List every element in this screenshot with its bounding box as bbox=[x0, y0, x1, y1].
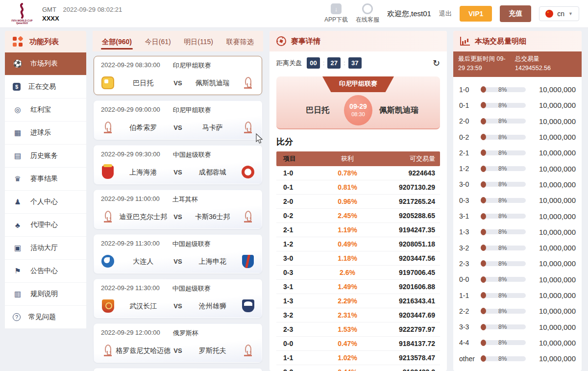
match-card[interactable]: 2022-09-29 11:00:00土耳其杯迪亚巴克尔士邦VS卡斯36士邦 bbox=[94, 190, 262, 229]
sidebar-item-市场列表[interactable]: ⚽市场列表 bbox=[5, 52, 86, 75]
score-table-row[interactable]: 0-00.47%9184137.72 bbox=[276, 337, 440, 351]
score-volume: 9208051.18 bbox=[374, 240, 440, 248]
match-card[interactable]: 2022-09-29 11:30:00中国超级联赛大连人VS上海申花 bbox=[94, 234, 262, 273]
match-banner: 印尼甲组联赛 巴日托 09-29 08:30 佩斯凯迪瑞 bbox=[276, 76, 440, 129]
volume-row-value: 10,000,000 bbox=[526, 244, 576, 252]
score-table-row[interactable]: 2-11.19%9194247.35 bbox=[276, 223, 440, 237]
match-card[interactable]: 2022-09-29 12:00:00俄罗斯杯格罗兹尼艾哈迈德VS罗斯托夫 bbox=[94, 323, 262, 363]
score-table-row[interactable]: 0-32.6%9197006.45 bbox=[276, 266, 440, 280]
sidebar-item-label: 代理中心 bbox=[30, 221, 58, 229]
progress-dot-icon bbox=[481, 292, 486, 298]
volume-row-value: 10,000,000 bbox=[526, 228, 576, 236]
progress-percent: 8% bbox=[498, 149, 507, 156]
score-table-row[interactable]: 0-22.45%9205288.65 bbox=[276, 209, 440, 223]
score-table-row[interactable]: 1-00.78%9224643 bbox=[276, 166, 440, 180]
sidebar-item-红利宝[interactable]: ◎红利宝 bbox=[5, 99, 86, 122]
score-table-row[interactable]: 2-00.96%9217265.24 bbox=[276, 195, 440, 209]
match-league: 俄罗斯杯 bbox=[173, 329, 198, 338]
score-item: 2-0 bbox=[276, 198, 320, 205]
score-volume: 9222797.97 bbox=[374, 325, 440, 333]
match-card[interactable]: 2022-09-29 08:30:00印尼甲组联赛巴日托VS佩斯凯迪瑞 bbox=[94, 56, 262, 95]
score-profit: 0.81% bbox=[320, 183, 374, 191]
tab-联赛筛选[interactable]: 联赛筛选 bbox=[225, 33, 255, 49]
volume-row: 3-38%10,000,000 bbox=[459, 319, 576, 335]
tab-今日(61)[interactable]: 今日(61) bbox=[144, 33, 172, 49]
volume-row-label: 2-1 bbox=[459, 149, 481, 157]
volume-progress-bar: 8% bbox=[481, 103, 526, 108]
sidebar-item-活动大厅[interactable]: ▣活动大厅 bbox=[5, 237, 86, 260]
score-profit: 2.6% bbox=[320, 269, 374, 276]
volume-row-value: 10,000,000 bbox=[526, 133, 576, 141]
qatar2022-emblem-icon bbox=[16, 3, 28, 20]
match-card[interactable]: 2022-09-29 09:30:00中国超级联赛上海海港VS成都蓉城 bbox=[94, 145, 262, 184]
logout-link[interactable]: 退出 bbox=[439, 9, 452, 18]
sidebar-item-进球乐[interactable]: ▦进球乐 bbox=[5, 122, 86, 145]
volume-row-label: 1-1 bbox=[459, 292, 481, 299]
match-card[interactable]: 2022-09-29 11:30:00中国超级联赛武汉长江VS沧州雄狮 bbox=[94, 279, 262, 318]
volume-row-label: 2-3 bbox=[459, 260, 481, 268]
language-selector[interactable]: cn ▼ bbox=[539, 6, 579, 21]
worldcup-trophy-placeholder-icon bbox=[245, 122, 251, 131]
countdown-seconds: 37 bbox=[348, 57, 362, 69]
tab-全部(960)[interactable]: 全部(960) bbox=[101, 33, 133, 49]
sidebar-item-公告中心[interactable]: ⚑公告中心 bbox=[5, 260, 86, 283]
match-list-column: 全部(960)今日(61)明日(115)联赛筛选 2022-09-29 08:3… bbox=[93, 31, 263, 371]
rules-book-icon: ▥ bbox=[13, 290, 23, 298]
refresh-icon[interactable]: ↻ bbox=[433, 59, 440, 68]
volume-rows: 1-08%10,000,0000-18%10,000,0002-08%10,00… bbox=[453, 77, 582, 371]
home-team-logo bbox=[101, 76, 115, 90]
score-volume: 9207130.29 bbox=[374, 183, 440, 191]
sidebar-item-label: 规则说明 bbox=[30, 290, 58, 298]
sidebar-item-历史账务[interactable]: ▤历史账务 bbox=[5, 145, 86, 168]
volume-header: 本场交易量明细 bbox=[453, 31, 582, 51]
away-team-logo bbox=[241, 76, 255, 90]
match-card[interactable]: 2022-09-29 09:00:00印尼甲组联赛伯希索罗VS马卡萨 bbox=[94, 100, 262, 140]
home-team-logo bbox=[101, 344, 115, 357]
sidebar-item-正在交易[interactable]: $正在交易 bbox=[5, 75, 86, 99]
app-download-button[interactable]: ↓ APP下载 bbox=[324, 3, 348, 24]
score-table-row[interactable]: 0-10.81%9207130.29 bbox=[276, 180, 440, 195]
away-team-name: 罗斯托夫 bbox=[184, 346, 241, 355]
match-league: 土耳其杯 bbox=[172, 195, 198, 204]
volume-row-value: 10,000,000 bbox=[526, 85, 576, 94]
countdown-label: 距离关盘 bbox=[276, 59, 302, 68]
vs-label: VS bbox=[172, 213, 184, 221]
progress-dot-icon bbox=[481, 229, 486, 235]
progress-percent: 8% bbox=[498, 292, 507, 299]
sidebar-item-常见问题[interactable]: ?常见问题 bbox=[5, 306, 86, 329]
top-header: FIFA WORLD CUP Qatar2022 GMT 2022-09-29 … bbox=[0, 0, 588, 28]
volume-progress-bar: 8% bbox=[481, 261, 526, 266]
score-item: 0-2 bbox=[276, 212, 320, 220]
tab-明日(115)[interactable]: 明日(115) bbox=[183, 33, 214, 49]
score-table-row[interactable]: 3-22.31%9203447.69 bbox=[276, 308, 440, 322]
score-table-row[interactable]: 3-01.18%9203447.56 bbox=[276, 251, 440, 266]
score-table-row[interactable]: 1-20.49%9208051.18 bbox=[276, 237, 440, 251]
away-team-name: 佩斯凯迪瑞 bbox=[184, 78, 241, 87]
score-table: 项目 获利 可交易量 1-00.78%92246430-10.81%920713… bbox=[276, 151, 440, 371]
score-profit: 0.49% bbox=[320, 240, 374, 248]
score-volume: 9203447.69 bbox=[374, 311, 440, 319]
match-card[interactable]: 2022-09-29 12:30:00欧洲女子冠军联赛外围 bbox=[94, 368, 262, 371]
score-item: 3-0 bbox=[276, 254, 320, 262]
recharge-button[interactable]: 充值 bbox=[500, 5, 531, 22]
history-ledger-icon: ▤ bbox=[13, 151, 23, 160]
vs-label: VS bbox=[172, 169, 184, 176]
score-profit: 0.47% bbox=[320, 340, 374, 347]
sidebar-item-个人中心[interactable]: ♟个人中心 bbox=[5, 191, 86, 214]
score-table-row[interactable]: 3-11.49%9201606.88 bbox=[276, 280, 440, 294]
progress-percent: 8% bbox=[498, 181, 507, 188]
score-table-row[interactable]: 2-31.53%9222797.97 bbox=[276, 322, 440, 337]
score-table-row[interactable]: 2-20.44%9192433.2 bbox=[276, 365, 440, 371]
online-service-button[interactable]: 在线客服 bbox=[356, 3, 379, 24]
sidebar-item-赛事结果[interactable]: ♛赛事结果 bbox=[5, 168, 86, 191]
sidebar-item-代理中心[interactable]: ♣代理中心 bbox=[5, 214, 86, 237]
score-table-row[interactable]: 1-11.02%9213578.47 bbox=[276, 351, 440, 365]
vip-button[interactable]: VIP1 bbox=[460, 6, 492, 22]
detail-title: 赛事详情 bbox=[291, 37, 320, 46]
score-table-row[interactable]: 1-32.29%9216343.41 bbox=[276, 294, 440, 308]
volume-row: 1-08%10,000,000 bbox=[459, 82, 576, 98]
language-value: cn bbox=[557, 10, 564, 18]
progress-dot-icon bbox=[481, 134, 486, 140]
sidebar-item-规则说明[interactable]: ▥规则说明 bbox=[5, 283, 86, 306]
progress-percent: 8% bbox=[498, 228, 507, 235]
